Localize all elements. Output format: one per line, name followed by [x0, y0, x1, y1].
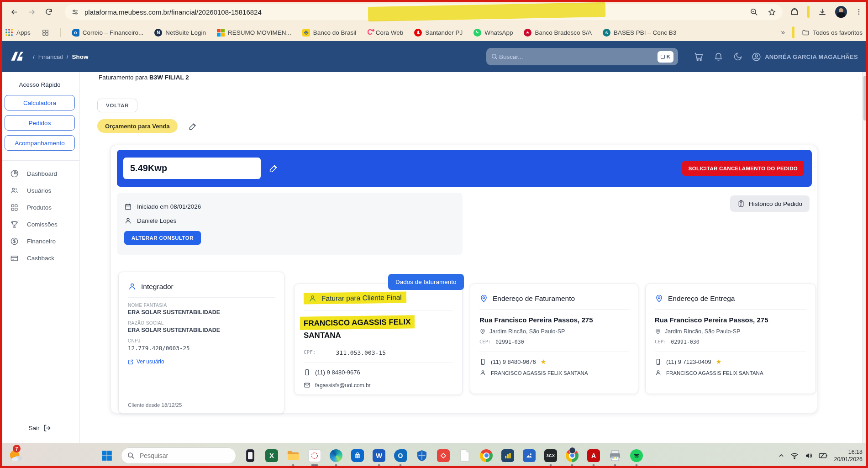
bookmark-item[interactable]: RESUMO MOVIMEN...: [217, 29, 291, 37]
delivery-cep-row: CEP: 02991-030: [655, 339, 806, 345]
bookmark-star-icon[interactable]: [768, 8, 776, 16]
bookmark-item[interactable]: s BASES PBI – Conc B3: [603, 29, 676, 37]
taskbar-app-chrome-profile[interactable]: [565, 448, 579, 463]
shield-icon: [416, 450, 427, 462]
notifications-bell-icon[interactable]: [714, 52, 723, 62]
taskbar-app-snipping-tool[interactable]: [307, 448, 322, 463]
tray-date: 20/01/2026: [834, 456, 863, 463]
word-icon: W: [373, 449, 385, 462]
bookmarks-bar: Apps o Correio – Financeiro... N NetSuit…: [0, 24, 868, 41]
wifi-icon[interactable]: [790, 452, 799, 460]
red-diamond-icon: [437, 449, 450, 462]
edit-kwp-pencil-icon[interactable]: [269, 163, 279, 173]
sidebar-button-calculadora[interactable]: Calculadora: [5, 95, 75, 110]
taskbar-clock[interactable]: 16:18 20/01/2026: [834, 448, 863, 463]
browser-reload-button[interactable]: [41, 4, 57, 20]
address-bar[interactable]: plataforma.meubess.com.br/financial/2026…: [65, 4, 783, 20]
bookmark-item[interactable]: C Cora Web: [367, 28, 403, 37]
zoom-out-icon[interactable]: [750, 8, 758, 16]
external-link-icon: [128, 359, 134, 365]
url-text[interactable]: plataforma.meubess.com.br/financial/2026…: [84, 8, 262, 16]
sidebar-item-comissoes[interactable]: Comissões: [5, 216, 75, 233]
edit-status-pencil-icon[interactable]: [189, 122, 197, 131]
bookmark-label: Cora Web: [376, 29, 404, 36]
sidebar-item-cashback[interactable]: Cashback: [5, 250, 75, 267]
volume-icon[interactable]: [805, 452, 813, 460]
extensions-icon[interactable]: [790, 7, 799, 16]
taskbar-search-input[interactable]: [139, 452, 216, 460]
cart-icon[interactable]: [694, 52, 704, 62]
sidebar-item-financeiro[interactable]: Financeiro: [5, 233, 75, 250]
scrollbar-thumb[interactable]: [863, 76, 867, 121]
sidebar-item-dashboard[interactable]: Dashboard: [5, 165, 75, 182]
status-badge-row: Orçamento para Venda: [97, 119, 197, 133]
sidebar-item-usuarios[interactable]: Usuários: [5, 182, 75, 199]
app-logo[interactable]: [10, 50, 26, 63]
site-settings-icon[interactable]: [71, 8, 79, 16]
cnpj-label: CNPJ: [128, 338, 275, 343]
taskbar-app-printer[interactable]: [608, 448, 622, 463]
screen: plataforma.meubess.com.br/financial/2026…: [0, 0, 868, 468]
dark-mode-moon-icon[interactable]: [733, 52, 742, 61]
search-input[interactable]: [498, 53, 658, 61]
start-button[interactable]: [100, 448, 114, 463]
taskbar-app-microsoft-store[interactable]: [350, 448, 365, 463]
battery-icon[interactable]: [819, 452, 828, 459]
taskbar-app-acrobat[interactable]: A: [586, 448, 601, 463]
billing-district-row: Jardim Rincão, São Paulo-SP: [479, 328, 629, 335]
profile-avatar[interactable]: [835, 6, 847, 18]
cancel-order-button[interactable]: SOLICITAR CANCELAMENTO DO PEDIDO: [682, 161, 804, 176]
page-scrollbar[interactable]: [862, 72, 868, 443]
global-search[interactable]: K: [486, 48, 678, 65]
taskbar-app-defender[interactable]: [415, 448, 429, 463]
taskbar-search[interactable]: [121, 447, 236, 464]
taskbar-app-phone-link[interactable]: [243, 448, 258, 463]
browser-menu-icon[interactable]: [855, 8, 863, 16]
browser-back-button[interactable]: [6, 4, 22, 20]
phone-link-icon: [246, 449, 254, 462]
bookmark-item[interactable]: Santander PJ: [414, 29, 463, 37]
billing-data-tooltip[interactable]: Dados de faturamento: [388, 274, 464, 290]
acrobat-icon: A: [587, 449, 600, 462]
taskbar-app-edge[interactable]: [329, 448, 343, 463]
browser-toolbar: plataforma.meubess.com.br/financial/2026…: [0, 0, 868, 24]
taskbar-app-word[interactable]: W: [372, 448, 386, 463]
billing-contact-name: FRANCISCO AGASSIS FELIX SANTANA: [491, 370, 588, 376]
taskbar-app-chrome[interactable]: [479, 448, 494, 463]
kwp-input[interactable]: [123, 158, 261, 179]
bookmarks-overflow-chevron[interactable]: »: [781, 28, 785, 37]
taskbar-app-spotify[interactable]: [629, 448, 644, 463]
back-button[interactable]: VOLTAR: [97, 99, 137, 112]
user-circle-icon: [752, 52, 761, 62]
tray-chevron-icon[interactable]: [778, 452, 784, 459]
bookmark-apps[interactable]: Apps: [5, 29, 31, 37]
logout-button[interactable]: Sair: [5, 418, 75, 434]
bookmark-item[interactable]: Banco Bradesco S/A: [524, 29, 592, 37]
taskbar-app-excel[interactable]: X: [264, 448, 279, 463]
breadcrumb-section[interactable]: Financial: [38, 53, 63, 60]
bookmark-item[interactable]: Banco do Brasil: [302, 29, 357, 37]
browser-forward-button[interactable]: [24, 4, 39, 20]
taskbar-app-media[interactable]: [522, 448, 537, 463]
view-user-link[interactable]: Ver usuário: [128, 358, 275, 365]
reading-list-grid-icon[interactable]: [42, 29, 49, 37]
profile-avatar-overlay: [569, 447, 576, 454]
taskbar-app-power-bi[interactable]: [500, 448, 515, 463]
taskbar-app-file-explorer[interactable]: [286, 448, 300, 463]
taskbar-weather-widget[interactable]: 7: [7, 447, 26, 465]
change-consultant-button[interactable]: ALTERAR CONSULTOR: [124, 231, 201, 245]
sidebar-item-produtos[interactable]: Produtos: [5, 199, 75, 216]
taskbar-app-3cx[interactable]: 3CX: [543, 448, 558, 463]
user-menu[interactable]: ANDRÉA GARCIA MAGALHÃES: [752, 52, 858, 62]
bookmark-item[interactable]: N NetSuite Login: [154, 29, 206, 37]
sidebar-button-pedidos[interactable]: Pedidos: [5, 115, 75, 131]
bookmark-item[interactable]: o Correio – Financeiro...: [72, 29, 144, 37]
downloads-icon[interactable]: [818, 7, 827, 16]
sidebar-button-acompanhamento[interactable]: Acompanhamento: [5, 135, 75, 151]
all-bookmarks-folder[interactable]: Todos os favoritos: [802, 29, 863, 37]
taskbar-app-outlook[interactable]: O: [393, 448, 408, 463]
order-history-button[interactable]: Histórico do Pedido: [730, 195, 810, 212]
taskbar-app-notepad[interactable]: [458, 448, 472, 463]
bookmark-item[interactable]: WhatsApp: [473, 29, 513, 37]
taskbar-app-quick-assist[interactable]: [436, 448, 451, 463]
